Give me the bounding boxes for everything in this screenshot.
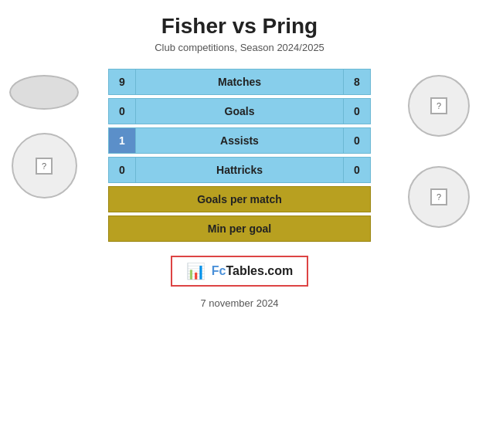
min-per-goal-row: Min per goal — [108, 216, 371, 242]
matches-row: 9 Matches 8 — [108, 69, 371, 95]
main-content: ? 9 Matches 8 0 Goals 0 1 Assists 0 0 Ha… — [0, 67, 479, 309]
goals-row: 0 Goals 0 — [108, 98, 371, 124]
right-player-circle1: ? — [408, 75, 470, 137]
assists-right-value: 0 — [343, 127, 371, 154]
matches-right-value: 8 — [343, 69, 371, 95]
match-date: 7 november 2024 — [108, 297, 371, 309]
left-player-ellipse — [9, 75, 79, 110]
assists-label: Assists — [136, 127, 343, 154]
hattricks-label: Hattricks — [136, 157, 343, 183]
stats-container: 9 Matches 8 0 Goals 0 1 Assists 0 0 Hatt… — [108, 69, 371, 309]
left-player-avatars: ? — [9, 75, 79, 199]
min-per-goal-label: Min per goal — [208, 222, 271, 235]
right-player-image-placeholder2: ? — [430, 188, 447, 205]
goals-per-match-row: Goals per match — [108, 186, 371, 212]
fctables-logo: 📊 FcTables.com — [171, 256, 309, 287]
left-player-image-placeholder: ? — [36, 158, 53, 175]
right-player-avatars: ? ? — [408, 75, 470, 228]
hattricks-left-value: 0 — [108, 157, 136, 183]
left-player-circle: ? — [12, 133, 77, 199]
assists-row: 1 Assists 0 — [108, 127, 371, 154]
logo-container: 📊 FcTables.com — [108, 256, 371, 287]
matches-left-value: 9 — [108, 69, 136, 95]
hattricks-row: 0 Hattricks 0 — [108, 157, 371, 183]
matches-label: Matches — [136, 69, 343, 95]
logo-text: FcTables.com — [212, 264, 294, 278]
goals-right-value: 0 — [343, 98, 371, 124]
logo-icon: 📊 — [186, 262, 206, 280]
right-player-circle2: ? — [408, 166, 470, 228]
logo-fc: Fc — [212, 264, 226, 277]
assists-left-value: 1 — [108, 127, 136, 154]
right-player-image-placeholder1: ? — [430, 97, 447, 114]
goals-left-value: 0 — [108, 98, 136, 124]
subtitle: Club competitions, Season 2024/2025 — [155, 42, 324, 53]
hattricks-right-value: 0 — [343, 157, 371, 183]
page-title: Fisher vs Pring — [161, 14, 318, 39]
goals-label: Goals — [136, 98, 343, 124]
goals-per-match-label: Goals per match — [197, 193, 282, 205]
